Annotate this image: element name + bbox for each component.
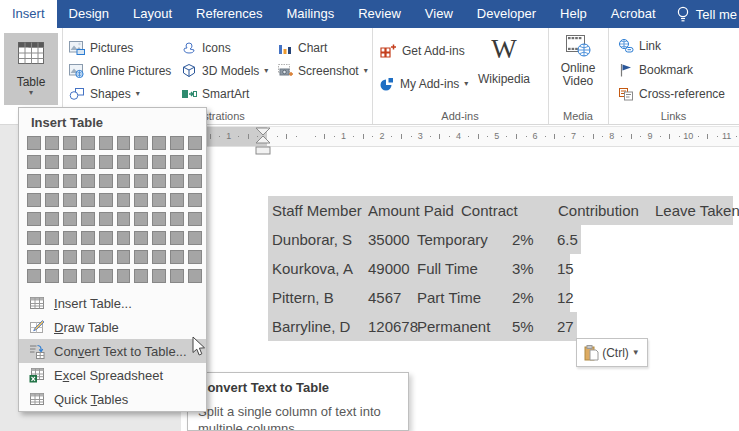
screenshot-dropdown-arrow[interactable]: ▾	[364, 67, 368, 75]
insert-table-grid-cell[interactable]	[152, 193, 166, 207]
insert-table-grid-cell[interactable]	[45, 250, 59, 264]
insert-table-grid-cell[interactable]	[170, 136, 184, 150]
tab-references[interactable]: References	[184, 0, 274, 28]
insert-table-grid-cell[interactable]	[134, 212, 148, 226]
smartart-button[interactable]: SmartArt	[174, 82, 270, 105]
insert-table-grid-cell[interactable]	[27, 174, 41, 188]
bookmark-button[interactable]: Bookmark	[608, 58, 739, 82]
insert-table-grid-cell[interactable]	[63, 174, 77, 188]
menu-item-insert-table[interactable]: Insert Table...	[19, 291, 206, 315]
table-button[interactable]: Table ▾	[4, 33, 58, 105]
insert-table-grid-cell[interactable]	[117, 212, 131, 226]
wikipedia-button[interactable]: W Wikipedia	[472, 34, 536, 86]
tab-acrobat[interactable]: Acrobat	[599, 0, 668, 28]
insert-table-grid-cell[interactable]	[170, 269, 184, 283]
tab-mailings[interactable]: Mailings	[275, 0, 347, 28]
tab-layout[interactable]: Layout	[121, 0, 184, 28]
insert-table-grid-cell[interactable]	[152, 155, 166, 169]
insert-table-grid-cell[interactable]	[152, 250, 166, 264]
insert-table-grid-cell[interactable]	[188, 212, 202, 226]
shapes-button[interactable]: Shapes ▾	[62, 82, 174, 105]
insert-table-grid-cell[interactable]	[63, 231, 77, 245]
online-pictures-button[interactable]: Online Pictures	[62, 59, 174, 82]
insert-table-grid-cell[interactable]	[45, 212, 59, 226]
insert-table-grid-cell[interactable]	[27, 231, 41, 245]
3d-models-button[interactable]: 3D Models ▾	[174, 59, 270, 82]
insert-table-grid-cell[interactable]	[188, 231, 202, 245]
paste-options-button[interactable]: (Ctrl) ▼	[576, 338, 648, 367]
cross-reference-button[interactable]: Cross-reference	[608, 82, 739, 106]
insert-table-grid-cell[interactable]	[134, 193, 148, 207]
insert-table-grid-cell[interactable]	[188, 250, 202, 264]
insert-table-grid-cell[interactable]	[99, 212, 113, 226]
insert-table-grid-cell[interactable]	[81, 193, 95, 207]
tab-insert[interactable]: Insert	[0, 0, 57, 28]
insert-table-grid-cell[interactable]	[188, 136, 202, 150]
menu-item-draw-table[interactable]: Draw Table	[19, 315, 206, 339]
tab-view[interactable]: View	[413, 0, 465, 28]
insert-table-grid-cell[interactable]	[99, 136, 113, 150]
insert-table-grid-cell[interactable]	[188, 174, 202, 188]
insert-table-grid-cell[interactable]	[170, 250, 184, 264]
insert-table-grid-cell[interactable]	[134, 269, 148, 283]
insert-table-grid-cell[interactable]	[134, 231, 148, 245]
insert-table-grid-cell[interactable]	[152, 212, 166, 226]
table-dropdown-arrow[interactable]: ▾	[29, 89, 33, 97]
insert-table-grid-cell[interactable]	[27, 212, 41, 226]
insert-table-grid-cell[interactable]	[99, 250, 113, 264]
insert-table-grid-cell[interactable]	[188, 269, 202, 283]
paste-options-dropdown-arrow[interactable]: ▼	[632, 349, 640, 357]
insert-table-grid-cell[interactable]	[99, 155, 113, 169]
insert-table-grid-cell[interactable]	[134, 174, 148, 188]
shapes-dropdown-arrow[interactable]: ▾	[136, 90, 140, 98]
insert-table-grid-cell[interactable]	[63, 250, 77, 264]
tab-design[interactable]: Design	[57, 0, 121, 28]
insert-table-grid-cell[interactable]	[45, 193, 59, 207]
insert-table-grid-cell[interactable]	[170, 231, 184, 245]
my-addins-dropdown-arrow[interactable]: ▾	[464, 80, 468, 88]
insert-table-grid-cell[interactable]	[63, 155, 77, 169]
insert-table-grid-cell[interactable]	[99, 269, 113, 283]
insert-table-grid-cell[interactable]	[117, 174, 131, 188]
insert-table-grid-cell[interactable]	[117, 193, 131, 207]
insert-table-grid-cell[interactable]	[63, 193, 77, 207]
insert-table-grid-cell[interactable]	[99, 174, 113, 188]
link-button[interactable]: Link	[608, 34, 739, 58]
insert-table-grid-cell[interactable]	[81, 174, 95, 188]
insert-table-grid-cell[interactable]	[152, 231, 166, 245]
insert-table-grid-cell[interactable]	[81, 269, 95, 283]
tab-developer[interactable]: Developer	[465, 0, 548, 28]
insert-table-grid-cell[interactable]	[152, 269, 166, 283]
insert-table-grid-cell[interactable]	[170, 155, 184, 169]
hanging-indent-marker[interactable]	[256, 136, 270, 143]
insert-table-grid-cell[interactable]	[134, 136, 148, 150]
insert-table-grid-cell[interactable]	[188, 155, 202, 169]
insert-table-grid-cell[interactable]	[99, 231, 113, 245]
tab-help[interactable]: Help	[548, 0, 599, 28]
left-indent-marker[interactable]	[256, 147, 270, 154]
insert-table-grid-cell[interactable]	[152, 174, 166, 188]
insert-table-grid-cell[interactable]	[45, 155, 59, 169]
insert-table-grid-cell[interactable]	[134, 250, 148, 264]
insert-table-grid-cell[interactable]	[134, 155, 148, 169]
insert-table-grid-cell[interactable]	[27, 269, 41, 283]
insert-table-grid-cell[interactable]	[81, 155, 95, 169]
insert-table-grid-cell[interactable]	[63, 269, 77, 283]
insert-table-grid-cell[interactable]	[117, 155, 131, 169]
insert-table-grid-cell[interactable]	[81, 231, 95, 245]
insert-table-grid-cell[interactable]	[27, 155, 41, 169]
tab-review[interactable]: Review	[346, 0, 413, 28]
insert-table-grid-cell[interactable]	[117, 269, 131, 283]
insert-table-grid-cell[interactable]	[170, 174, 184, 188]
insert-table-grid-cell[interactable]	[45, 136, 59, 150]
icons-button[interactable]: Icons	[174, 36, 270, 59]
insert-table-grid-cell[interactable]	[81, 136, 95, 150]
first-line-indent-marker[interactable]	[256, 128, 270, 135]
indent-markers[interactable]	[252, 123, 274, 157]
insert-table-grid-cell[interactable]	[117, 136, 131, 150]
insert-table-grid-cell[interactable]	[27, 136, 41, 150]
insert-table-grid-cell[interactable]	[45, 269, 59, 283]
insert-table-grid-cell[interactable]	[45, 174, 59, 188]
insert-table-grid-cell[interactable]	[45, 231, 59, 245]
insert-table-grid-cell[interactable]	[188, 193, 202, 207]
